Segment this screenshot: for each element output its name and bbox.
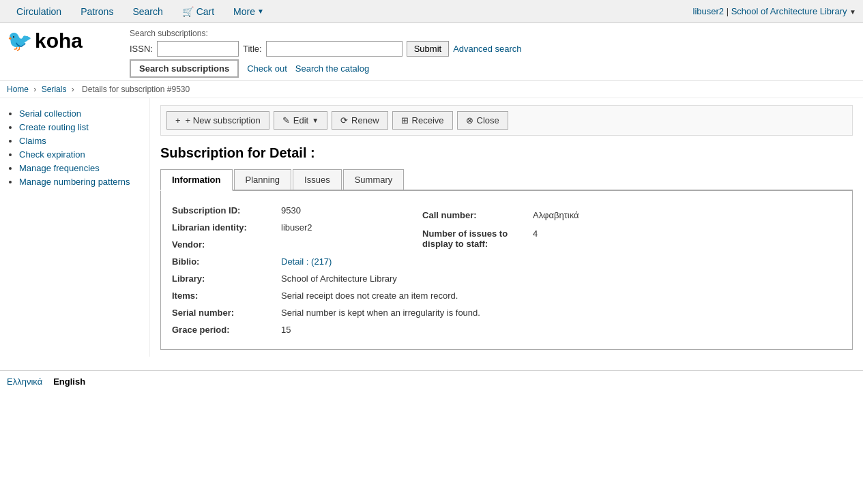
nav-library[interactable]: School of Architecture Library: [731, 6, 847, 16]
info-table: Subscription ID: 9530 Call number: Αλφαβ…: [172, 202, 841, 338]
serial-number-value: Serial number is kept when an irregulari…: [281, 304, 841, 321]
table-row: Subscription ID: 9530 Call number: Αλφαβ…: [172, 202, 841, 219]
vendor-label: Vendor:: [172, 236, 281, 253]
nav-circulation[interactable]: Circulation: [7, 2, 71, 21]
edit-icon: ✎: [282, 115, 290, 125]
tab-summary[interactable]: Summary: [343, 169, 405, 190]
logo-bird-icon: 🐦: [7, 29, 32, 53]
tab-issues[interactable]: Issues: [293, 169, 342, 190]
logo-text: koha: [35, 29, 83, 53]
check-expiration-link[interactable]: Check expiration: [19, 149, 85, 160]
search-catalog-link[interactable]: Search the catalog: [295, 63, 369, 74]
main-layout: Serial collection Create routing list Cl…: [0, 98, 863, 357]
breadcrumb-sep1: ›: [33, 85, 38, 94]
tab-planning[interactable]: Planning: [234, 169, 292, 190]
library-dropdown-icon: ▼: [849, 8, 856, 16]
title-input[interactable]: [266, 41, 403, 57]
lang-greek-link[interactable]: Ελληνικά: [7, 376, 42, 387]
issn-input[interactable]: [157, 41, 239, 57]
search-tabs-row: Search subscriptions Check out Search th…: [130, 59, 856, 78]
page-title: Subscription for Detail :: [160, 145, 853, 161]
logo: 🐦 koha: [7, 29, 116, 53]
subscription-id-label: Subscription ID:: [172, 202, 281, 219]
lang-english-active: English: [53, 376, 85, 387]
search-subscriptions-button[interactable]: Search subscriptions: [130, 59, 239, 78]
nav-user[interactable]: libuser2: [693, 6, 725, 16]
breadcrumb-sep2: ›: [72, 85, 76, 94]
grace-period-label: Grace period:: [172, 321, 281, 338]
action-bar: + + New subscription ✎ Edit ▼ ⟳ Renew ⊞ …: [160, 105, 853, 136]
receive-icon: ⊞: [401, 115, 409, 125]
edit-button[interactable]: ✎ Edit ▼: [274, 111, 327, 130]
search-area: Search subscriptions: ISSN: Title: Submi…: [130, 29, 856, 78]
tabs: Information Planning Issues Summary: [160, 169, 853, 191]
search-label: Search subscriptions:: [130, 29, 856, 38]
library-label: Library:: [172, 270, 281, 287]
items-label: Items:: [172, 287, 281, 304]
serial-collection-link[interactable]: Serial collection: [19, 108, 81, 119]
librarian-identity-value: libuser2: [281, 219, 421, 236]
issn-label: ISSN:: [130, 44, 153, 54]
submit-button[interactable]: Submit: [407, 41, 449, 57]
items-value: Serial receipt does not create an item r…: [281, 287, 841, 304]
header: 🐦 koha Search subscriptions: ISSN: Title…: [0, 23, 863, 81]
new-subscription-button[interactable]: + + New subscription: [166, 111, 269, 130]
nav-search[interactable]: Search: [123, 2, 172, 21]
search-row: ISSN: Title: Submit Advanced search: [130, 41, 856, 57]
sidebar-item-check-expiration: Check expiration: [19, 149, 143, 160]
sidebar: Serial collection Create routing list Cl…: [0, 98, 150, 357]
checkout-link[interactable]: Check out: [247, 63, 287, 74]
nav-more[interactable]: More ▼: [224, 2, 274, 21]
breadcrumb: Home › Serials › Details for subscriptio…: [0, 81, 863, 98]
title-label: Title:: [243, 44, 262, 54]
top-navigation: Circulation Patrons Search 🛒 Cart More ▼…: [0, 0, 863, 23]
breadcrumb-current: Details for subscription #9530: [82, 85, 190, 94]
num-issues-label: Number of issues to display to staff:: [422, 225, 531, 252]
close-icon: ⊗: [466, 115, 473, 125]
receive-button[interactable]: ⊞ Receive: [392, 111, 453, 130]
subscription-id-value: 9530: [281, 202, 421, 219]
nav-left: Circulation Patrons Search 🛒 Cart More ▼: [7, 2, 274, 21]
biblio-value: Detail : (217): [281, 253, 421, 270]
biblio-detail-link[interactable]: Detail : (217): [281, 256, 332, 267]
manage-numbering-patterns-link[interactable]: Manage numbering patterns: [19, 177, 130, 187]
breadcrumb-serials[interactable]: Serials: [42, 85, 67, 94]
grace-period-value: 15: [281, 321, 841, 338]
nav-separator: |: [727, 6, 731, 16]
table-row: Number of issues to display to staff: 4: [422, 225, 585, 252]
call-number-label: Call number:: [422, 207, 531, 224]
biblio-label: Biblio:: [172, 253, 281, 270]
content-area: + + New subscription ✎ Edit ▼ ⟳ Renew ⊞ …: [150, 98, 863, 357]
table-row: Library: School of Architecture Library: [172, 270, 841, 287]
advanced-search-link[interactable]: Advanced search: [453, 44, 521, 54]
library-value: School of Architecture Library: [281, 270, 841, 287]
renew-button[interactable]: ⟳ Renew: [332, 111, 387, 130]
sidebar-item-create-routing-list: Create routing list: [19, 122, 143, 132]
nav-right: libuser2 | School of Architecture Librar…: [693, 6, 857, 16]
tab-content-information: Subscription ID: 9530 Call number: Αλφαβ…: [160, 191, 853, 350]
sidebar-item-serial-collection: Serial collection: [19, 108, 143, 119]
close-button[interactable]: ⊗ Close: [457, 111, 508, 130]
sidebar-item-claims: Claims: [19, 136, 143, 146]
sidebar-menu: Serial collection Create routing list Cl…: [7, 108, 143, 187]
right-info-table: Call number: Αλφαβητικά Number of issues…: [421, 205, 587, 254]
create-routing-list-link[interactable]: Create routing list: [19, 122, 89, 132]
table-row: Call number: Αλφαβητικά: [422, 207, 585, 224]
footer: Ελληνικά English: [0, 370, 863, 392]
renew-icon: ⟳: [340, 115, 348, 125]
nav-patrons[interactable]: Patrons: [71, 2, 123, 21]
table-row: Grace period: 15: [172, 321, 841, 338]
tab-information[interactable]: Information: [160, 169, 233, 191]
plus-icon: +: [175, 115, 181, 125]
table-row: Serial number: Serial number is kept whe…: [172, 304, 841, 321]
vendor-value: [281, 236, 421, 253]
serial-number-label: Serial number:: [172, 304, 281, 321]
sidebar-item-manage-frequencies: Manage frequencies: [19, 163, 143, 173]
manage-frequencies-link[interactable]: Manage frequencies: [19, 163, 100, 173]
num-issues-value: 4: [533, 225, 585, 252]
nav-cart[interactable]: 🛒 Cart: [173, 2, 224, 21]
sidebar-item-manage-numbering: Manage numbering patterns: [19, 177, 143, 187]
breadcrumb-home[interactable]: Home: [7, 85, 29, 94]
claims-link[interactable]: Claims: [19, 136, 46, 146]
edit-dropdown-icon: ▼: [312, 117, 319, 124]
